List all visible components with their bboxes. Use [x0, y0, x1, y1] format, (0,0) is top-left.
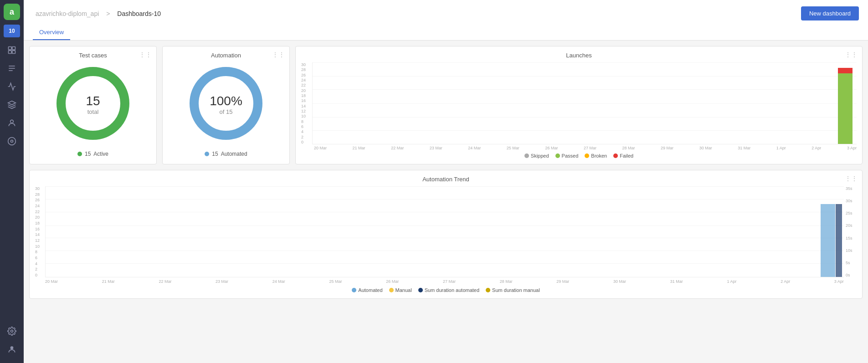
passed-bar — [838, 73, 853, 144]
automation-donut-container: 100% of 15 15 Automated — [168, 62, 284, 157]
svg-rect-3 — [12, 51, 15, 54]
failed-bar — [838, 68, 853, 73]
trend-legend-automated: Automated — [352, 287, 382, 293]
trend-title: Automation Trend — [35, 176, 857, 183]
sidebar-item-launches[interactable] — [4, 60, 20, 77]
trend-plot — [45, 186, 844, 277]
trend-legend-sum-duration-manual: Sum duration manual — [486, 287, 540, 293]
sidebar-item-dashboard[interactable] — [4, 42, 20, 58]
failed-label: Failed — [620, 153, 633, 158]
legend-passed: Passed — [555, 153, 579, 158]
launches-grid — [313, 62, 857, 144]
trend-manual-label: Manual — [395, 287, 412, 293]
trend-automated-dot — [352, 288, 356, 292]
sidebar-item-integrations[interactable] — [4, 133, 20, 149]
automation-title: Automation — [168, 52, 284, 59]
test-cases-donut-label: 15 total — [86, 94, 100, 115]
automated-legend-count: 15 — [212, 151, 218, 157]
trend-y-left: 02468 1012141618 202224262830 — [35, 186, 45, 277]
launches-plot — [312, 62, 857, 144]
main-content: azavrichko-diplom_api > Dashboards-10 Ne… — [24, 0, 868, 363]
active-legend-label: Active — [93, 151, 108, 157]
launches-title: Launches — [301, 52, 857, 59]
sidebar-item-reports[interactable] — [4, 78, 20, 95]
legend-broken: Broken — [585, 153, 607, 158]
svg-rect-2 — [9, 51, 12, 54]
svg-rect-0 — [9, 47, 12, 50]
header-top: azavrichko-diplom_api > Dashboards-10 Ne… — [33, 6, 859, 25]
trend-sum-manual-dot — [486, 288, 490, 292]
trend-automated-label: Automated — [358, 287, 382, 293]
project-badge[interactable]: 10 — [4, 25, 20, 37]
svg-point-7 — [10, 120, 14, 123]
test-cases-title: Test cases — [35, 52, 151, 59]
sidebar-item-testcases[interactable] — [4, 97, 20, 113]
header: azavrichko-diplom_api > Dashboards-10 Ne… — [24, 0, 868, 41]
automation-trend-widget: Automation Trend ⋮⋮ 02468 1012141618 202… — [29, 170, 863, 299]
trend-sum-auto-label: Sum duration automated — [425, 287, 479, 293]
trend-chart-area: 02468 1012141618 202224262830 — [35, 186, 857, 277]
sidebar-item-settings[interactable] — [4, 323, 20, 339]
breadcrumb-project: azavrichko-diplom_api — [36, 10, 99, 17]
legend-failed: Failed — [613, 153, 633, 158]
test-cases-number: 15 — [86, 94, 100, 108]
new-dashboard-button[interactable]: New dashboard — [801, 6, 859, 20]
launches-y-axis: 02468 1012141618 202224262830 — [301, 62, 312, 144]
launches-chart-area: 02468 1012141618 202224262830 — [301, 62, 857, 144]
test-cases-sub: total — [86, 108, 100, 115]
trend-legend-manual: Manual — [389, 287, 412, 293]
trend-bars — [821, 204, 842, 277]
svg-point-11 — [10, 346, 14, 349]
automation-legend: 15 Automated — [205, 151, 247, 157]
automation-menu-icon[interactable]: ⋮⋮ — [272, 51, 285, 58]
launches-x-axis: 20 Mar21 Mar22 Mar23 Mar 24 Mar25 Mar26 … — [301, 146, 857, 150]
active-legend-dot — [77, 152, 82, 156]
launches-widget: Launches ⋮⋮ 02468 1012141618 20222426283… — [295, 46, 863, 164]
trend-y-right: 0s5s10s15s20s25s30s35s — [844, 186, 857, 277]
broken-label: Broken — [591, 153, 607, 158]
breadcrumb-separator: > — [106, 10, 110, 17]
trend-automated-bar — [821, 204, 835, 277]
launches-legend: Skipped Passed Broken Failed — [301, 153, 857, 158]
active-legend-count: 15 — [85, 151, 91, 157]
trend-sum-auto-dot — [418, 288, 423, 292]
breadcrumb-current: Dashboards-10 — [117, 10, 161, 17]
automation-donut-wrap: 100% of 15 — [185, 62, 267, 146]
test-cases-donut-container: 15 total 15 Active — [35, 62, 151, 157]
trend-grid — [46, 186, 844, 277]
test-cases-widget: Test cases ⋮⋮ 15 total — [29, 46, 157, 164]
launches-bars — [836, 68, 855, 144]
launch-bar-3apr — [836, 68, 855, 144]
trend-menu-icon[interactable]: ⋮⋮ — [845, 175, 858, 182]
launches-menu-icon[interactable]: ⋮⋮ — [845, 51, 858, 58]
trend-duration-bar — [836, 204, 842, 277]
trend-sum-manual-label: Sum duration manual — [492, 287, 540, 293]
passed-label: Passed — [562, 153, 579, 158]
failed-dot — [613, 153, 618, 158]
sidebar: a 10 — [0, 0, 24, 363]
svg-point-10 — [11, 330, 13, 332]
skipped-label: Skipped — [531, 153, 549, 158]
legend-skipped: Skipped — [524, 153, 549, 158]
broken-dot — [585, 153, 589, 158]
automation-widget: Automation ⋮⋮ 100% of 15 — [162, 46, 290, 164]
trend-legend-sum-duration-auto: Sum duration automated — [418, 287, 479, 293]
svg-point-8 — [11, 140, 13, 143]
trend-manual-dot — [389, 288, 394, 292]
svg-rect-1 — [12, 47, 15, 50]
tabs: Overview — [33, 25, 859, 40]
test-cases-donut-wrap: 15 total — [52, 62, 134, 146]
passed-dot — [555, 153, 560, 158]
tab-overview[interactable]: Overview — [33, 25, 70, 40]
svg-point-9 — [8, 138, 16, 145]
test-cases-menu-icon[interactable]: ⋮⋮ — [139, 51, 152, 58]
automation-pct: 100% — [210, 94, 242, 108]
automated-legend-label: Automated — [221, 151, 247, 157]
sidebar-item-user[interactable] — [4, 341, 20, 358]
sidebar-item-members[interactable] — [4, 115, 20, 131]
top-row: Test cases ⋮⋮ 15 total — [29, 46, 863, 164]
trend-legend: Automated Manual Sum duration automated … — [35, 287, 857, 293]
automation-of: of 15 — [210, 108, 242, 115]
skipped-dot — [524, 153, 529, 158]
breadcrumb: azavrichko-diplom_api > Dashboards-10 — [33, 10, 164, 17]
